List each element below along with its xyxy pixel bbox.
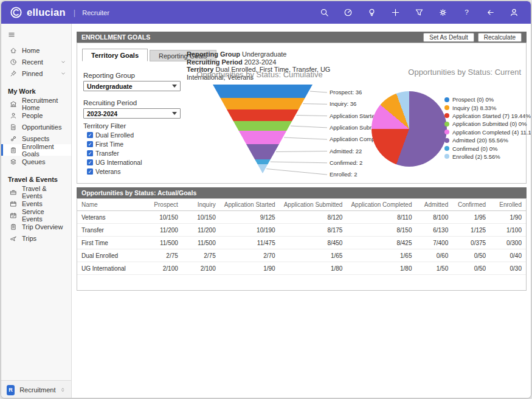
table-row[interactable]: Dual Enrolled2/752/752/701/651/650/600/5…: [77, 249, 526, 262]
pie-chart[interactable]: [371, 91, 447, 167]
table-row[interactable]: Transfer11/20011/20010/1908/1758/1506/13…: [77, 224, 526, 237]
table-cell-value: 1/65: [280, 249, 347, 262]
territory-checkbox-transfer[interactable]: ✓Transfer: [87, 150, 185, 157]
legend-color-dot: [444, 138, 449, 143]
sidebar-item-queues[interactable]: Queues: [1, 156, 71, 167]
sidebar-item-enrollment-goals[interactable]: Enrollment Goals: [1, 144, 71, 156]
sidebar-item-opportunities[interactable]: Opportunities: [1, 121, 71, 133]
sidebar-item-trips[interactable]: Trips: [1, 232, 71, 244]
legend-color-dot: [444, 97, 449, 102]
sidebar-section-title: My Work: [1, 79, 71, 98]
user-icon[interactable]: [510, 8, 519, 17]
back-icon[interactable]: [486, 8, 495, 17]
checkbox-checked-icon[interactable]: ✓: [87, 141, 93, 147]
sidebar-footer[interactable]: R Recruitment: [1, 380, 71, 398]
idea-icon[interactable]: [367, 8, 376, 17]
sidebar-item-recruitment-home[interactable]: Recruitment Home: [1, 98, 71, 109]
clipboard-icon: [10, 223, 17, 231]
funnel-segment-enrolled[interactable]: [258, 164, 268, 173]
summary-line: Reporting Group Undergraduate: [187, 50, 369, 58]
table-cell-value: 10/150: [182, 211, 220, 224]
app-switcher-updown-icon[interactable]: [60, 386, 66, 394]
table-cell-value: 10/150: [143, 211, 182, 224]
set-as-default-button[interactable]: Set As Default: [423, 33, 474, 42]
tab-territory-goals[interactable]: Territory Goals: [82, 49, 148, 61]
table-column-header: Application Started: [220, 199, 280, 211]
checkbox-checked-icon[interactable]: ✓: [87, 150, 93, 156]
territory-checkbox-dual-enrolled[interactable]: ✓Dual Enrolled: [87, 131, 185, 139]
search-icon[interactable]: [320, 8, 329, 17]
settings-icon[interactable]: [438, 8, 447, 17]
sidebar-menu-button[interactable]: [1, 27, 71, 44]
checkbox-checked-icon[interactable]: ✓: [87, 168, 93, 175]
sidebar-item-trip-overview[interactable]: Trip Overview: [1, 221, 71, 232]
table-cell-value: 1/100: [490, 224, 526, 237]
territory-checkbox-first-time[interactable]: ✓First Time: [87, 141, 185, 148]
sidebar-item-service-events[interactable]: Service Events: [1, 209, 71, 221]
sidebar-item-pinned[interactable]: Pinned: [1, 68, 71, 79]
filter-icon[interactable]: [415, 8, 424, 17]
funnel-segment-application-submitted[interactable]: [233, 121, 292, 131]
funnel-segment-inquiry[interactable]: [220, 98, 305, 109]
legend-color-dot: [444, 146, 449, 151]
table-cell-name: UG International: [77, 262, 143, 275]
territory-checkbox-ug-international[interactable]: ✓UG International: [87, 159, 185, 166]
sidebar-item-label: Trip Overview: [22, 223, 63, 231]
funnel-segment-admitted[interactable]: [246, 144, 279, 159]
funnel-segment-application-started[interactable]: [227, 109, 299, 121]
help-icon[interactable]: ?: [462, 8, 471, 17]
table-cell-value: 1/90: [490, 211, 526, 224]
table-cell-value: 8/120: [280, 211, 347, 224]
goals-table: NameProspectInquiryApplication StartedAp…: [77, 199, 526, 275]
logo-wordmark: ellucian: [27, 7, 66, 18]
legend-label: Admitted (20) 55.56%: [452, 137, 508, 144]
legend-label: Application Completed (4) 11.11%: [452, 129, 531, 136]
sidebar-item-people[interactable]: People: [1, 109, 71, 121]
table-cell-value: 1/95: [452, 211, 490, 224]
briefcase-icon: [10, 189, 17, 196]
sidebar-item-recent[interactable]: Recent: [1, 56, 71, 68]
table-row[interactable]: UG International2/1002/1001/901/801/801/…: [77, 262, 526, 275]
table-cell-name: Transfer: [77, 224, 143, 237]
table-row[interactable]: First Time11/50011/50011/4758/4508/4257/…: [77, 237, 526, 249]
add-icon[interactable]: [391, 8, 400, 17]
sidebar-item-label: Trips: [22, 235, 36, 242]
sidebar-item-label: Service Events: [22, 208, 66, 223]
table-cell-value: 11/200: [182, 224, 220, 237]
table-cell-value: 8/175: [280, 224, 347, 237]
funnel-label: Prospect: 36: [330, 89, 362, 95]
funnel-segment-confirmed[interactable]: [255, 159, 271, 164]
table-row[interactable]: Veterans10/15010/1509/1258/1208/1108/100…: [77, 211, 526, 224]
dashboard-icon[interactable]: [344, 8, 353, 17]
territory-checkbox-veterans[interactable]: ✓Veterans: [87, 168, 185, 175]
funnel-segment-application-completed[interactable]: [239, 131, 287, 144]
main-content: ENROLLMENT GOALS Set As Default Recalcul…: [72, 24, 531, 398]
filter-panel: Reporting Group Undergraduate Recruiting…: [83, 66, 185, 175]
checkbox-checked-icon[interactable]: ✓: [87, 132, 93, 138]
chevron-down-icon: [60, 59, 66, 65]
sidebar-section-title: Travel & Events: [1, 167, 71, 186]
funnel-segment-prospect[interactable]: [213, 85, 313, 98]
table-cell-value: 1/125: [452, 224, 490, 237]
funnel-label: Enrolled: 2: [330, 171, 357, 178]
reporting-group-select[interactable]: Undergraduate: [83, 81, 181, 91]
recruiting-period-label: Recruiting Period: [83, 99, 185, 106]
sidebar-item-home[interactable]: Home: [1, 44, 71, 56]
product-name: Recruiter: [82, 9, 109, 16]
table-cell-value: 11/475: [220, 237, 280, 249]
table-cell-value: 1/90: [220, 262, 280, 275]
recalculate-button[interactable]: Recalculate: [478, 33, 522, 42]
sidebar-item-travel-events[interactable]: Travel & Events: [1, 186, 71, 198]
legend-label: Application Started (7) 19.44%: [452, 113, 531, 119]
app-switcher-label: Recruitment: [19, 386, 55, 394]
table-column-header: Confirmed: [452, 199, 490, 211]
checkbox-checked-icon[interactable]: ✓: [87, 159, 93, 165]
table-cell-value: 2/100: [143, 262, 182, 275]
table-column-header: Prospect: [143, 199, 182, 211]
app-badge: R: [7, 385, 15, 395]
clock-icon: [10, 58, 17, 66]
recruiting-period-select[interactable]: 2023-2024: [83, 108, 181, 119]
table-cell-value: 11/500: [182, 237, 220, 249]
stack-icon: [10, 158, 17, 165]
pin-icon: [10, 70, 17, 77]
